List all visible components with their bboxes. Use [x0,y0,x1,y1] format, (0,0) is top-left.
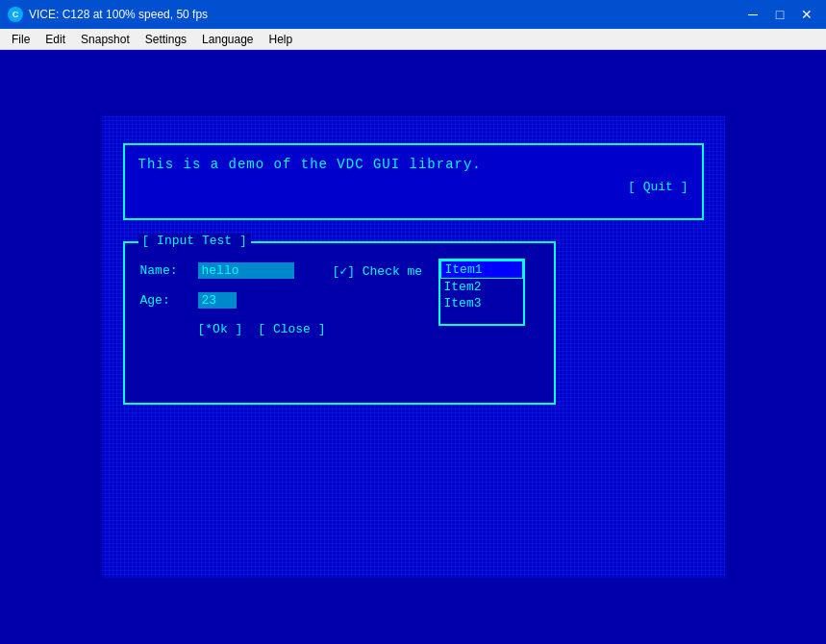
menu-snapshot[interactable]: Snapshot [73,31,138,48]
demo-text: This is a demo of the VDC GUI library. [138,157,688,172]
emulator-screen[interactable]: This is a demo of the VDC GUI library. [… [102,116,725,578]
list-item-1[interactable]: Item2 [440,279,523,295]
ok-button[interactable]: [*Ok ] [198,322,243,336]
app-icon: C [8,7,23,22]
menu-language[interactable]: Language [194,31,261,48]
age-label: Age: [140,293,198,308]
name-input[interactable] [198,262,294,279]
age-input[interactable] [198,292,237,309]
menu-edit[interactable]: Edit [38,31,73,48]
list-item-0[interactable]: Item1 [440,260,523,279]
demo-dialog: This is a demo of the VDC GUI library. [… [123,143,704,220]
menu-bar: File Edit Snapshot Settings Language Hel… [0,29,826,50]
window-controls: ─ □ ✕ [741,5,818,24]
menu-settings[interactable]: Settings [138,31,194,48]
menu-file[interactable]: File [4,31,38,48]
emulator-screen-container: This is a demo of the VDC GUI library. [… [0,50,826,644]
maximize-button[interactable]: □ [768,5,791,24]
menu-help[interactable]: Help [262,31,301,48]
quit-button[interactable]: [ Quit ] [138,180,688,194]
minimize-button[interactable]: ─ [741,5,764,24]
dialog-close-button[interactable]: [ Close ] [258,322,325,336]
name-label: Name: [140,263,198,278]
checkbox-label[interactable]: [✓] Check me [333,263,423,279]
title-bar: C VICE: C128 at 100% speed, 50 fps ─ □ ✕ [0,0,826,29]
window-title: VICE: C128 at 100% speed, 50 fps [29,8,208,21]
list-item-2[interactable]: Item3 [440,295,523,311]
dialog-title: [ Input Test ] [138,234,251,248]
close-button[interactable]: ✕ [795,5,818,24]
list-box[interactable]: Item1 Item2 Item3 [438,259,525,326]
